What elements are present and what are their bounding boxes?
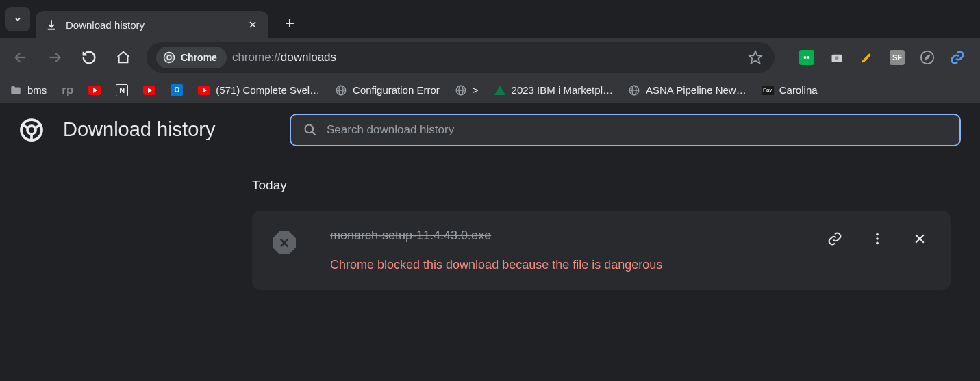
date-header: Today (252, 178, 980, 193)
extension-compass-icon[interactable] (920, 50, 935, 65)
bookmark-item[interactable]: ASNA Pipeline New… (628, 84, 746, 96)
blocked-icon (273, 231, 296, 254)
star-icon (748, 50, 763, 65)
site-chip-label: Chrome (181, 52, 217, 63)
bookmark-item[interactable] (143, 84, 155, 96)
svg-line-26 (35, 124, 40, 128)
tab-title: Download history (66, 19, 238, 31)
download-actions (825, 228, 930, 249)
extension-link-icon[interactable] (950, 50, 965, 65)
close-icon (913, 232, 927, 246)
globe-icon (455, 84, 467, 96)
chrome-logo-icon (19, 118, 44, 142)
search-icon (303, 123, 317, 137)
download-warning: Chrome blocked this download because the… (330, 258, 790, 272)
site-chip[interactable]: Chrome (156, 47, 227, 68)
plus-icon (284, 17, 296, 29)
bookmark-item[interactable]: (571) Complete Svel… (198, 84, 320, 96)
bookmark-item[interactable]: rp (62, 83, 73, 97)
chrome-icon (163, 51, 175, 64)
bookmark-label: bms (27, 84, 47, 96)
bookmark-item[interactable]: Configuration Error (335, 84, 440, 96)
svg-marker-10 (749, 51, 762, 63)
browser-tab[interactable]: Download history (36, 11, 268, 38)
bookmark-label: 2023 IBM i Marketpl… (512, 84, 613, 96)
svg-point-29 (305, 124, 314, 133)
bookmark-item[interactable]: O (171, 84, 183, 96)
copy-link-button[interactable] (825, 228, 845, 249)
close-icon (248, 20, 257, 29)
fav-icon: Fav (762, 84, 774, 96)
bookmark-item[interactable]: > (455, 84, 479, 96)
bookmark-star-button[interactable] (746, 48, 765, 67)
bookmark-item[interactable]: 2023 IBM i Marketpl… (494, 84, 613, 96)
link-icon (827, 231, 842, 246)
svg-point-25 (27, 126, 36, 134)
bookmark-label: Carolina (779, 84, 818, 96)
svg-line-28 (23, 124, 28, 128)
youtube-icon (88, 84, 101, 96)
notion-icon: N (116, 84, 128, 96)
reload-button[interactable] (78, 47, 100, 68)
tab-strip: Download history (0, 0, 980, 38)
more-options-button[interactable] (867, 228, 888, 249)
bookmark-item[interactable]: N (116, 84, 128, 96)
home-icon (116, 50, 131, 65)
folder-icon (10, 84, 22, 96)
extension-screenshot-icon[interactable] (829, 50, 844, 65)
download-item: monarch-setup-11.4.43.0.exe Chrome block… (252, 211, 951, 290)
extension-roboform-icon[interactable]: •• (799, 50, 814, 65)
home-button[interactable] (112, 47, 134, 68)
arrow-left-icon (13, 50, 28, 65)
new-tab-button[interactable] (279, 13, 300, 34)
browser-toolbar: Chrome chrome://downloads •• SF (0, 38, 980, 77)
arrow-right-icon (47, 50, 62, 65)
download-filename: monarch-setup-11.4.43.0.exe (330, 228, 790, 243)
remove-download-button[interactable] (909, 228, 930, 249)
bookmark-item[interactable]: FavCarolina (762, 84, 818, 96)
youtube-icon (143, 84, 155, 96)
search-input[interactable] (327, 123, 947, 137)
extension-icons: •• SF (787, 50, 970, 65)
rp-icon: rp (62, 83, 73, 97)
svg-line-30 (312, 131, 316, 135)
downloads-list: Today monarch-setup-11.4.43.0.exe Chrome… (0, 157, 980, 290)
address-bar[interactable]: Chrome chrome://downloads (147, 42, 775, 73)
svg-point-33 (876, 233, 879, 236)
bookmarks-bar: bms rp N O (571) Complete Svel… Configur… (0, 77, 980, 103)
globe-icon (335, 84, 347, 96)
page-header: Download history (0, 103, 980, 157)
bookmark-label: ASNA Pipeline New… (646, 84, 746, 96)
back-button[interactable] (10, 47, 32, 68)
forward-button[interactable] (44, 47, 66, 68)
bookmark-label: > (473, 84, 479, 96)
svg-point-35 (876, 242, 879, 245)
chevron-down-icon (13, 14, 23, 24)
svg-point-34 (876, 237, 879, 240)
asna-icon (494, 84, 506, 96)
reload-icon (81, 50, 97, 65)
download-icon (45, 18, 58, 31)
bookmark-folder[interactable]: bms (10, 84, 47, 96)
svg-point-12 (835, 56, 839, 60)
svg-marker-14 (925, 55, 929, 60)
bookmark-label: Configuration Error (353, 84, 440, 96)
page-title: Download history (63, 118, 215, 141)
globe-icon (628, 84, 640, 96)
extension-pencil-icon[interactable] (859, 50, 875, 65)
bookmark-item[interactable] (88, 84, 101, 96)
url-text: chrome://downloads (232, 51, 336, 64)
search-box[interactable] (290, 114, 961, 146)
more-vert-icon (870, 231, 885, 246)
youtube-icon (198, 84, 210, 96)
tab-close-button[interactable] (247, 18, 259, 31)
outlook-icon: O (171, 84, 183, 96)
extension-sf-icon[interactable]: SF (890, 50, 905, 65)
bookmark-label: (571) Complete Svel… (216, 84, 320, 96)
profile-chevron-button[interactable] (5, 7, 30, 31)
page-content: Download history Today monarch-setup-11.… (0, 103, 980, 381)
